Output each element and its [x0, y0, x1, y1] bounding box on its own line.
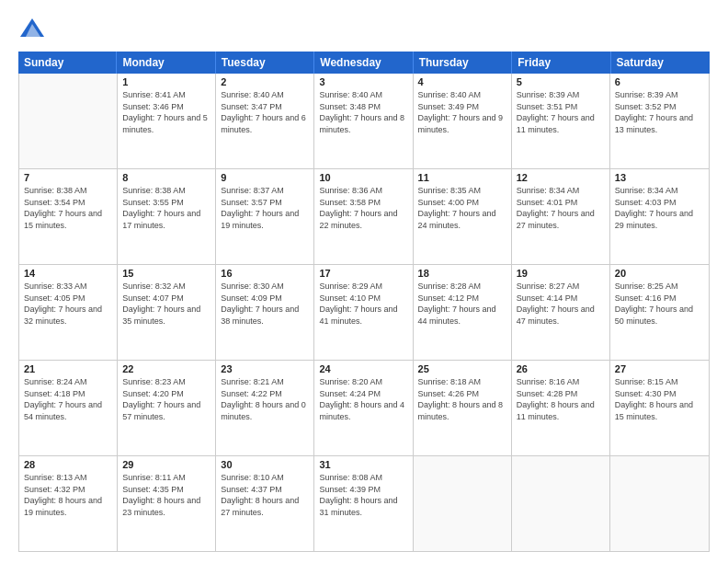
cell-info: Sunrise: 8:34 AMSunset: 4:03 PMDaylight:… [615, 185, 704, 231]
cell-info: Sunrise: 8:15 AMSunset: 4:30 PMDaylight:… [615, 376, 704, 422]
header [18, 15, 710, 42]
logo [18, 15, 50, 42]
calendar-cell [19, 74, 118, 168]
calendar-cell: 2Sunrise: 8:40 AMSunset: 3:47 PMDaylight… [216, 74, 314, 168]
header-day-sunday: Sunday [18, 52, 117, 74]
day-number: 1 [122, 76, 210, 87]
day-number: 21 [24, 363, 112, 374]
calendar-cell [610, 456, 709, 551]
cell-info: Sunrise: 8:23 AMSunset: 4:20 PMDaylight:… [122, 376, 210, 422]
cell-info: Sunrise: 8:41 AMSunset: 3:46 PMDaylight:… [122, 89, 210, 135]
cell-info: Sunrise: 8:16 AMSunset: 4:28 PMDaylight:… [517, 376, 605, 422]
day-number: 9 [221, 172, 309, 183]
header-day-tuesday: Tuesday [216, 52, 314, 74]
cell-info: Sunrise: 8:24 AMSunset: 4:18 PMDaylight:… [24, 376, 112, 422]
day-number: 24 [319, 363, 407, 374]
calendar-cell: 16Sunrise: 8:30 AMSunset: 4:09 PMDayligh… [216, 265, 314, 360]
calendar-cell: 7Sunrise: 8:38 AMSunset: 3:54 PMDaylight… [19, 169, 118, 264]
calendar-cell: 3Sunrise: 8:40 AMSunset: 3:48 PMDaylight… [314, 74, 413, 168]
calendar-cell: 13Sunrise: 8:34 AMSunset: 4:03 PMDayligh… [610, 169, 709, 264]
header-day-thursday: Thursday [414, 52, 512, 74]
calendar-cell: 1Sunrise: 8:41 AMSunset: 3:46 PMDaylight… [118, 74, 216, 168]
calendar-cell: 25Sunrise: 8:18 AMSunset: 4:26 PMDayligh… [414, 361, 512, 455]
calendar-cell: 14Sunrise: 8:33 AMSunset: 4:05 PMDayligh… [19, 265, 118, 360]
calendar-cell: 11Sunrise: 8:35 AMSunset: 4:00 PMDayligh… [414, 169, 512, 264]
day-number: 18 [418, 268, 506, 279]
day-number: 11 [418, 172, 506, 183]
calendar-cell: 17Sunrise: 8:29 AMSunset: 4:10 PMDayligh… [314, 265, 413, 360]
calendar-cell: 6Sunrise: 8:39 AMSunset: 3:52 PMDaylight… [610, 74, 709, 168]
cell-info: Sunrise: 8:20 AMSunset: 4:24 PMDaylight:… [319, 376, 407, 422]
calendar-cell: 23Sunrise: 8:21 AMSunset: 4:22 PMDayligh… [216, 361, 314, 455]
cell-info: Sunrise: 8:18 AMSunset: 4:26 PMDaylight:… [418, 376, 506, 422]
day-number: 10 [319, 172, 407, 183]
cell-info: Sunrise: 8:35 AMSunset: 4:00 PMDaylight:… [418, 185, 506, 231]
day-number: 27 [615, 363, 704, 374]
calendar-cell: 27Sunrise: 8:15 AMSunset: 4:30 PMDayligh… [610, 361, 709, 455]
calendar-cell: 31Sunrise: 8:08 AMSunset: 4:39 PMDayligh… [314, 456, 413, 551]
calendar-cell: 5Sunrise: 8:39 AMSunset: 3:51 PMDaylight… [512, 74, 610, 168]
calendar-week-1: 1Sunrise: 8:41 AMSunset: 3:46 PMDaylight… [19, 74, 709, 169]
day-number: 28 [24, 459, 112, 470]
cell-info: Sunrise: 8:39 AMSunset: 3:52 PMDaylight:… [615, 89, 704, 135]
day-number: 31 [319, 459, 407, 470]
cell-info: Sunrise: 8:40 AMSunset: 3:47 PMDaylight:… [221, 89, 309, 135]
day-number: 13 [615, 172, 704, 183]
cell-info: Sunrise: 8:25 AMSunset: 4:16 PMDaylight:… [615, 281, 704, 327]
cell-info: Sunrise: 8:34 AMSunset: 4:01 PMDaylight:… [517, 185, 605, 231]
calendar-cell: 26Sunrise: 8:16 AMSunset: 4:28 PMDayligh… [512, 361, 610, 455]
page: SundayMondayTuesdayWednesdayThursdayFrid… [0, 0, 728, 563]
header-day-monday: Monday [117, 52, 215, 74]
day-number: 15 [122, 268, 210, 279]
cell-info: Sunrise: 8:33 AMSunset: 4:05 PMDaylight:… [24, 281, 112, 327]
cell-info: Sunrise: 8:21 AMSunset: 4:22 PMDaylight:… [221, 376, 309, 422]
day-number: 12 [517, 172, 605, 183]
calendar: SundayMondayTuesdayWednesdayThursdayFrid… [18, 52, 710, 552]
cell-info: Sunrise: 8:40 AMSunset: 3:49 PMDaylight:… [418, 89, 506, 135]
calendar-week-2: 7Sunrise: 8:38 AMSunset: 3:54 PMDaylight… [19, 169, 709, 265]
calendar-cell: 30Sunrise: 8:10 AMSunset: 4:37 PMDayligh… [216, 456, 314, 551]
cell-info: Sunrise: 8:38 AMSunset: 3:54 PMDaylight:… [24, 185, 112, 231]
day-number: 16 [221, 268, 309, 279]
cell-info: Sunrise: 8:27 AMSunset: 4:14 PMDaylight:… [517, 281, 605, 327]
calendar-cell: 28Sunrise: 8:13 AMSunset: 4:32 PMDayligh… [19, 456, 118, 551]
cell-info: Sunrise: 8:37 AMSunset: 3:57 PMDaylight:… [221, 185, 309, 231]
day-number: 5 [517, 76, 605, 87]
day-number: 19 [517, 268, 605, 279]
calendar-body-outer: 1Sunrise: 8:41 AMSunset: 3:46 PMDaylight… [18, 74, 710, 552]
day-number: 3 [319, 76, 407, 87]
calendar-cell: 9Sunrise: 8:37 AMSunset: 3:57 PMDaylight… [216, 169, 314, 264]
day-number: 20 [615, 268, 704, 279]
day-number: 30 [221, 459, 309, 470]
logo-icon [18, 15, 46, 42]
cell-info: Sunrise: 8:13 AMSunset: 4:32 PMDaylight:… [24, 472, 112, 518]
calendar-week-4: 21Sunrise: 8:24 AMSunset: 4:18 PMDayligh… [19, 361, 709, 456]
calendar-cell: 22Sunrise: 8:23 AMSunset: 4:20 PMDayligh… [118, 361, 216, 455]
day-number: 14 [24, 268, 112, 279]
calendar-body: 1Sunrise: 8:41 AMSunset: 3:46 PMDaylight… [19, 74, 709, 551]
day-number: 7 [24, 172, 112, 183]
day-number: 22 [122, 363, 210, 374]
header-day-friday: Friday [512, 52, 610, 74]
cell-info: Sunrise: 8:11 AMSunset: 4:35 PMDaylight:… [122, 472, 210, 518]
calendar-cell [512, 456, 610, 551]
cell-info: Sunrise: 8:30 AMSunset: 4:09 PMDaylight:… [221, 281, 309, 327]
cell-info: Sunrise: 8:08 AMSunset: 4:39 PMDaylight:… [319, 472, 407, 518]
header-day-saturday: Saturday [611, 52, 710, 74]
calendar-cell: 4Sunrise: 8:40 AMSunset: 3:49 PMDaylight… [414, 74, 512, 168]
calendar-cell: 15Sunrise: 8:32 AMSunset: 4:07 PMDayligh… [118, 265, 216, 360]
cell-info: Sunrise: 8:38 AMSunset: 3:55 PMDaylight:… [122, 185, 210, 231]
calendar-cell: 21Sunrise: 8:24 AMSunset: 4:18 PMDayligh… [19, 361, 118, 455]
day-number: 25 [418, 363, 506, 374]
cell-info: Sunrise: 8:29 AMSunset: 4:10 PMDaylight:… [319, 281, 407, 327]
day-number: 8 [122, 172, 210, 183]
cell-info: Sunrise: 8:28 AMSunset: 4:12 PMDaylight:… [418, 281, 506, 327]
calendar-cell: 10Sunrise: 8:36 AMSunset: 3:58 PMDayligh… [314, 169, 413, 264]
calendar-cell: 19Sunrise: 8:27 AMSunset: 4:14 PMDayligh… [512, 265, 610, 360]
day-number: 26 [517, 363, 605, 374]
calendar-cell: 29Sunrise: 8:11 AMSunset: 4:35 PMDayligh… [118, 456, 216, 551]
calendar-week-3: 14Sunrise: 8:33 AMSunset: 4:05 PMDayligh… [19, 265, 709, 361]
calendar-cell [414, 456, 512, 551]
day-number: 2 [221, 76, 309, 87]
day-number: 23 [221, 363, 309, 374]
